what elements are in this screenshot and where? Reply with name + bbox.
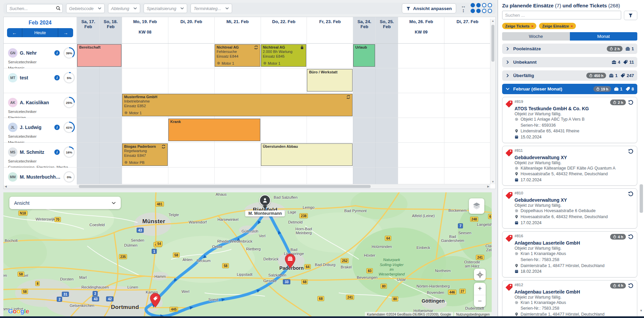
ticket-date: 15.02.2024 [515, 135, 634, 140]
density-toggle-icon[interactable] [471, 3, 493, 14]
ticket-card[interactable]: #819 2 h ATOS Testkunde GmbH & Co. KG Ob… [502, 97, 637, 143]
utilization-percent: 39% [66, 51, 72, 55]
filter-chip[interactable]: Zeige Einsätze× [539, 23, 576, 29]
info-icon[interactable]: i [54, 149, 60, 155]
map[interactable]: AhausWinterswijkCoesfeldMünsterTelgteWar… [3, 192, 492, 317]
filter-chip[interactable]: Zeige Tickets× [502, 23, 536, 29]
ticket-card[interactable]: #816 4 h Anlagenbau Laserteile GmbH Obje… [502, 231, 637, 277]
undo-icon[interactable] [628, 234, 634, 240]
technician-role: Servicetechniker [8, 109, 75, 114]
technician-row[interactable]: AK A. Kacislikan 25% Servicetechniker El… [4, 93, 77, 118]
next-button[interactable]: → [58, 28, 73, 37]
ticket-address: Hovesaatstraße 6, 48432 Rheine, Deutschl… [515, 214, 634, 220]
section-label: Pooleinsätze [513, 46, 541, 51]
scroll-right-icon[interactable]: ▶ [487, 185, 489, 188]
sidebar-scroll-down-icon[interactable]: ▼ [640, 309, 643, 312]
vertical-scroll-thumb[interactable] [491, 25, 494, 62]
event-resource: Motor PB [124, 161, 166, 165]
ticket-address: Hovesaatstraße 5, 48432 Rheine, Deutschl… [515, 172, 634, 177]
calendar-event[interactable]: Krank [168, 119, 260, 141]
scheduler-search-input[interactable] [6, 4, 63, 13]
ticket-card[interactable]: #810 Gebäudeverwaltung XY Objekt zur War… [502, 188, 637, 229]
technician-row[interactable]: GN G. Nehr i 39% Servicetechniker Mechan… [4, 44, 77, 68]
technician-row[interactable]: JL J. Ludwig i 41% Servicetechniker Mech… [4, 118, 77, 143]
resize-arrows-icon[interactable]: ↔↕ [461, 4, 466, 13]
map-view-select[interactable]: Ansicht [9, 197, 121, 209]
ticket-customer: Anlagenbau Laserteile GmbH [515, 289, 634, 295]
undo-icon[interactable] [628, 283, 634, 289]
day-header: Di, 27. Feb [444, 17, 490, 43]
sidebar-section[interactable]: Unbekannt 4 11 [502, 57, 637, 67]
ticket-serial: Serien-Nr.: 7583.258 [521, 306, 634, 311]
utilization-ring: 16% [63, 146, 75, 158]
info-icon[interactable]: i [54, 50, 60, 56]
stopwatch-icon [613, 101, 616, 104]
sidebar-filter-button[interactable] [624, 11, 637, 20]
toggle-month[interactable]: Monat [570, 32, 638, 41]
vertical-scrollbar[interactable]: ▲ ▼ [490, 19, 495, 184]
job-marker-tag[interactable] [150, 293, 161, 308]
event-title: Urlaub [355, 45, 367, 49]
ticket-card[interactable]: #811 Gebäudeverwaltung XY Objekt zur War… [502, 146, 637, 186]
sidebar-scroll-thumb[interactable] [640, 184, 643, 213]
ticket-card[interactable]: #812 4 h Anlagenbau Laserteile GmbH Obje… [502, 280, 637, 318]
day-header: Mo, 26. Feb KW 09 [398, 17, 444, 43]
utilization-percent: 5% [67, 76, 71, 80]
sidebar: Zu planende Einsätze (7) und offene Tick… [497, 0, 644, 316]
sidebar-section[interactable]: Februar (dieser Monat) 19 h 1 8 [502, 84, 637, 94]
horizontal-scroll-thumb[interactable] [79, 185, 371, 188]
undo-icon[interactable] [628, 100, 634, 105]
zoom-out-button[interactable]: − [474, 295, 486, 307]
undo-icon[interactable] [628, 148, 634, 154]
ticket-subject: Objekt zur Wartung fällig. [515, 246, 634, 251]
filter-dropdown[interactable]: Abteilung [108, 4, 140, 13]
calendar-event[interactable]: Überstunden Abbau [261, 143, 353, 166]
week-number-label: KW 09 [398, 30, 444, 35]
scheduler-search [6, 4, 63, 13]
calendar-event[interactable]: Biogas Paderborn Regelwartung Einsatz E8… [122, 143, 168, 166]
scroll-down-icon[interactable]: ▼ [492, 180, 494, 184]
customize-view-button[interactable]: Ansicht anpassen [402, 3, 456, 13]
calendar-event[interactable]: Bereitschaft [77, 44, 121, 67]
scroll-up-icon[interactable]: ▲ [492, 19, 494, 23]
zoom-in-button[interactable]: + [474, 283, 486, 295]
prev-button[interactable]: ← [7, 28, 22, 37]
toggle-week[interactable]: Woche [502, 32, 570, 41]
sidebar-section[interactable]: Überfällig 450 h 1 247 [502, 70, 637, 81]
job-marker-briefcase[interactable] [284, 254, 296, 268]
ticket-address: Lindenstraße 65, 48431 Rheine [515, 129, 634, 134]
calendar-event[interactable]: Büro / Werkstatt [307, 69, 353, 91]
person-icon [259, 195, 271, 206]
undo-icon[interactable] [628, 191, 634, 197]
technician-row[interactable]: MS M. Schmitz i 16% Servicetechniker Com… [4, 143, 77, 168]
scroll-left-icon[interactable]: ◀ [5, 185, 7, 188]
info-icon[interactable]: i [54, 125, 60, 130]
calendar-event[interactable]: Musterfirma GmbH Inbetriebnahme Einsatz … [122, 94, 353, 116]
ticket-id: #810 [515, 191, 523, 195]
calendar-event[interactable]: Nichtreal AG Fehlersuche Einsatz E844 Mo… [215, 44, 260, 67]
stopwatch-icon [613, 284, 616, 288]
today-button[interactable]: Heute [22, 28, 58, 37]
gear-icon [515, 209, 519, 213]
map-locate-button[interactable] [474, 269, 486, 280]
chevron-down-icon [225, 6, 229, 10]
calendar-event[interactable]: Urlaub [353, 44, 375, 67]
map-layers-button[interactable] [469, 198, 484, 214]
filter-dropdown[interactable]: Spezialisierung [144, 4, 187, 13]
calendar-event[interactable]: Nichtreal AG 2.000 Bh Wartung Einsatz E8… [261, 44, 307, 67]
sidebar-section[interactable]: Pooleinsätze 2 h 1 [502, 44, 637, 54]
section-chevron-icon [505, 60, 510, 64]
bottom-bar [0, 316, 644, 318]
filter-dropdown[interactable]: Terminkateg... [191, 4, 232, 13]
technician-row[interactable]: MT test i 5% [4, 68, 77, 93]
map-zoom-control: + − [474, 283, 486, 307]
filter-dropdown[interactable]: Gebietscode [66, 4, 105, 13]
sidebar-search-input[interactable] [502, 11, 621, 19]
chip-close-icon[interactable]: × [531, 24, 534, 28]
technician-marker[interactable]: M. Monteurmann [245, 195, 285, 216]
ticket-object: Kran 1 Krananlage Abus [515, 300, 634, 306]
info-icon[interactable]: i [54, 75, 60, 80]
technician-row[interactable]: MM M. Musterbuchhalter 0% [4, 168, 77, 185]
chip-close-icon[interactable]: × [571, 24, 573, 28]
toolbar-right: Ansicht anpassen ↔↕ [402, 3, 493, 14]
